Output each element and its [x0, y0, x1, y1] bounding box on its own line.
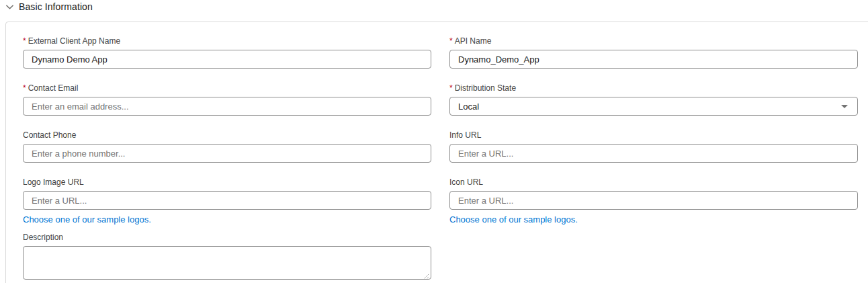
icon-sample-logos-link[interactable]: Choose one of our sample logos.	[449, 214, 578, 225]
field-api-name: *API Name	[449, 36, 858, 69]
contact-email-label: *Contact Email	[23, 83, 431, 93]
field-contact-email: *Contact Email	[23, 83, 431, 116]
external-client-app-name-label: *External Client App Name	[23, 36, 431, 46]
icon-url-label: Icon URL	[449, 177, 858, 187]
logo-image-url-label: Logo Image URL	[23, 177, 431, 187]
distribution-state-label: *Distribution State	[449, 83, 858, 93]
basic-information-panel: *External Client App Name *Contact Email…	[5, 22, 868, 283]
api-name-input[interactable]	[449, 50, 858, 69]
description-textarea[interactable]	[23, 246, 431, 280]
field-contact-phone: Contact Phone	[23, 130, 431, 163]
api-name-label: *API Name	[449, 36, 858, 46]
form-grid: *External Client App Name *Contact Email…	[23, 36, 858, 283]
info-url-label: Info URL	[449, 130, 858, 140]
contact-email-input[interactable]	[23, 97, 431, 116]
form-column-right: *API Name *Distribution State Local Info…	[449, 36, 858, 283]
required-asterisk: *	[449, 83, 453, 93]
chevron-down-icon[interactable]	[5, 2, 14, 11]
field-description: Description	[23, 233, 431, 280]
required-asterisk: *	[23, 36, 26, 46]
field-logo-image-url: Logo Image URL Choose one of our sample …	[23, 177, 431, 225]
distribution-state-select[interactable]: Local	[449, 97, 858, 116]
contact-phone-input[interactable]	[23, 144, 431, 163]
field-distribution-state: *Distribution State Local	[449, 83, 858, 116]
section-header: Basic Information	[5, 1, 93, 12]
distribution-state-value: Local	[458, 102, 479, 112]
resize-grip-icon[interactable]	[423, 271, 429, 278]
section-title: Basic Information	[19, 1, 93, 12]
icon-url-input[interactable]	[449, 191, 858, 210]
external-client-app-name-input[interactable]	[23, 50, 431, 69]
form-column-left: *External Client App Name *Contact Email…	[23, 36, 431, 283]
required-asterisk: *	[449, 36, 453, 46]
logo-image-url-input[interactable]	[23, 191, 431, 210]
field-info-url: Info URL	[449, 130, 858, 163]
field-external-client-app-name: *External Client App Name	[23, 36, 431, 69]
description-textarea-wrap	[23, 246, 431, 280]
info-url-input[interactable]	[449, 144, 858, 163]
field-icon-url: Icon URL Choose one of our sample logos.	[449, 177, 858, 225]
logo-sample-logos-link[interactable]: Choose one of our sample logos.	[23, 214, 151, 225]
required-asterisk: *	[23, 83, 26, 93]
description-label: Description	[23, 233, 431, 242]
chevron-down-icon	[841, 105, 848, 108]
contact-phone-label: Contact Phone	[23, 130, 431, 140]
